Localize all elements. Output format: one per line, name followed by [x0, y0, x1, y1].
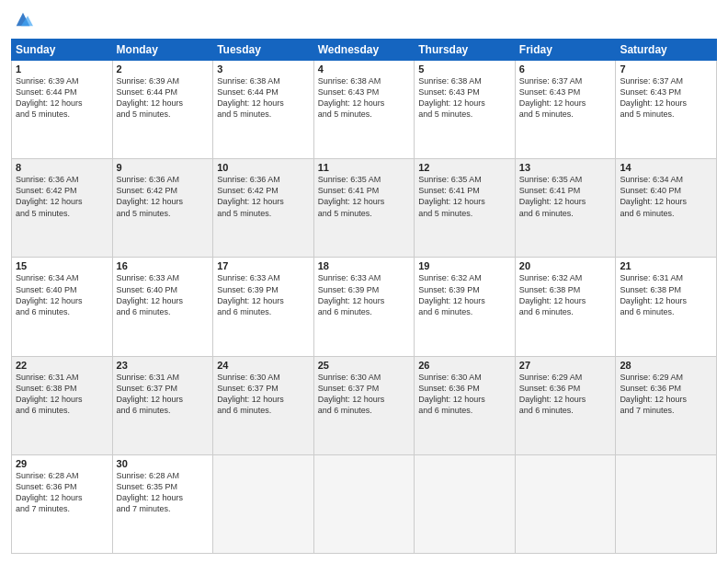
calendar-cell: 8Sunrise: 6:36 AMSunset: 6:42 PMDaylight…	[12, 159, 113, 258]
day-number: 30	[117, 458, 210, 469]
calendar-week-row: 15Sunrise: 6:34 AMSunset: 6:40 PMDayligh…	[12, 258, 717, 356]
calendar-cell: 30Sunrise: 6:28 AMSunset: 6:35 PMDayligh…	[112, 454, 213, 553]
calendar-cell: 27Sunrise: 6:29 AMSunset: 6:36 PMDayligh…	[515, 356, 616, 454]
calendar-cell: 20Sunrise: 6:32 AMSunset: 6:38 PMDayligh…	[515, 258, 616, 356]
day-number: 7	[620, 63, 712, 75]
calendar-cell: 25Sunrise: 6:30 AMSunset: 6:37 PMDayligh…	[313, 356, 415, 454]
calendar-cell: 4Sunrise: 6:38 AMSunset: 6:43 PMDaylight…	[313, 61, 415, 159]
cell-content: Sunrise: 6:32 AMSunset: 6:38 PMDaylight:…	[519, 272, 612, 317]
cell-content: Sunrise: 6:38 AMSunset: 6:43 PMDaylight:…	[418, 75, 511, 121]
calendar-table: SundayMondayTuesdayWednesdayThursdayFrid…	[11, 39, 717, 554]
calendar-cell	[313, 454, 415, 553]
day-number: 16	[117, 260, 210, 271]
day-number: 11	[318, 162, 411, 173]
day-number: 28	[620, 360, 712, 371]
cell-content: Sunrise: 6:38 AMSunset: 6:43 PMDaylight:…	[318, 75, 411, 121]
day-number: 3	[217, 63, 310, 75]
day-number: 13	[519, 162, 612, 173]
calendar-cell	[515, 454, 616, 553]
calendar-cell: 9Sunrise: 6:36 AMSunset: 6:42 PMDaylight…	[112, 159, 213, 258]
cell-content: Sunrise: 6:34 AMSunset: 6:40 PMDaylight:…	[16, 272, 108, 317]
day-number: 10	[217, 162, 310, 173]
calendar-day-header: Friday	[515, 40, 616, 61]
calendar-cell: 2Sunrise: 6:39 AMSunset: 6:44 PMDaylight…	[112, 61, 213, 159]
cell-content: Sunrise: 6:30 AMSunset: 6:36 PMDaylight:…	[418, 372, 511, 417]
calendar-cell: 6Sunrise: 6:37 AMSunset: 6:43 PMDaylight…	[515, 61, 616, 159]
calendar-cell: 24Sunrise: 6:30 AMSunset: 6:37 PMDayligh…	[213, 356, 314, 454]
calendar-day-header: Monday	[112, 40, 213, 61]
cell-content: Sunrise: 6:39 AMSunset: 6:44 PMDaylight:…	[16, 75, 108, 121]
calendar-cell	[213, 454, 314, 553]
cell-content: Sunrise: 6:31 AMSunset: 6:38 PMDaylight:…	[16, 372, 108, 417]
day-number: 24	[217, 360, 310, 371]
calendar-cell: 15Sunrise: 6:34 AMSunset: 6:40 PMDayligh…	[12, 258, 113, 356]
calendar-day-header: Sunday	[12, 40, 113, 61]
calendar-cell: 22Sunrise: 6:31 AMSunset: 6:38 PMDayligh…	[12, 356, 113, 454]
calendar-day-header: Saturday	[616, 40, 717, 61]
day-number: 5	[418, 63, 511, 75]
calendar-cell: 29Sunrise: 6:28 AMSunset: 6:36 PMDayligh…	[12, 454, 113, 553]
calendar-cell: 11Sunrise: 6:35 AMSunset: 6:41 PMDayligh…	[313, 159, 415, 258]
day-number: 27	[519, 360, 612, 371]
cell-content: Sunrise: 6:36 AMSunset: 6:42 PMDaylight:…	[16, 174, 108, 219]
calendar-cell: 23Sunrise: 6:31 AMSunset: 6:37 PMDayligh…	[112, 356, 213, 454]
cell-content: Sunrise: 6:33 AMSunset: 6:40 PMDaylight:…	[117, 272, 210, 317]
cell-content: Sunrise: 6:29 AMSunset: 6:36 PMDaylight:…	[519, 372, 612, 417]
logo	[11, 9, 33, 33]
calendar-cell: 1Sunrise: 6:39 AMSunset: 6:44 PMDaylight…	[12, 61, 113, 159]
day-number: 19	[418, 260, 511, 271]
calendar-week-row: 8Sunrise: 6:36 AMSunset: 6:42 PMDaylight…	[12, 159, 717, 258]
calendar-cell: 16Sunrise: 6:33 AMSunset: 6:40 PMDayligh…	[112, 258, 213, 356]
day-number: 4	[318, 63, 411, 75]
day-number: 17	[217, 260, 310, 271]
cell-content: Sunrise: 6:28 AMSunset: 6:36 PMDaylight:…	[16, 470, 108, 515]
cell-content: Sunrise: 6:37 AMSunset: 6:43 PMDaylight:…	[620, 75, 712, 121]
calendar-day-header: Tuesday	[213, 40, 314, 61]
cell-content: Sunrise: 6:36 AMSunset: 6:42 PMDaylight:…	[217, 174, 310, 219]
cell-content: Sunrise: 6:32 AMSunset: 6:39 PMDaylight:…	[418, 272, 511, 317]
calendar-day-header: Wednesday	[313, 40, 415, 61]
cell-content: Sunrise: 6:30 AMSunset: 6:37 PMDaylight:…	[217, 372, 310, 417]
cell-content: Sunrise: 6:39 AMSunset: 6:44 PMDaylight:…	[117, 75, 210, 121]
calendar-header-row: SundayMondayTuesdayWednesdayThursdayFrid…	[12, 40, 717, 61]
cell-content: Sunrise: 6:31 AMSunset: 6:37 PMDaylight:…	[117, 372, 210, 417]
cell-content: Sunrise: 6:33 AMSunset: 6:39 PMDaylight:…	[217, 272, 310, 317]
day-number: 9	[117, 162, 210, 173]
calendar-cell: 10Sunrise: 6:36 AMSunset: 6:42 PMDayligh…	[213, 159, 314, 258]
day-number: 6	[519, 63, 612, 75]
day-number: 2	[117, 63, 210, 75]
cell-content: Sunrise: 6:37 AMSunset: 6:43 PMDaylight:…	[519, 75, 612, 121]
cell-content: Sunrise: 6:31 AMSunset: 6:38 PMDaylight:…	[620, 272, 712, 317]
calendar-cell: 12Sunrise: 6:35 AMSunset: 6:41 PMDayligh…	[415, 159, 516, 258]
cell-content: Sunrise: 6:35 AMSunset: 6:41 PMDaylight:…	[318, 174, 411, 219]
calendar-day-header: Thursday	[415, 40, 516, 61]
calendar-cell: 5Sunrise: 6:38 AMSunset: 6:43 PMDaylight…	[415, 61, 516, 159]
day-number: 12	[418, 162, 511, 173]
calendar-cell: 13Sunrise: 6:35 AMSunset: 6:41 PMDayligh…	[515, 159, 616, 258]
cell-content: Sunrise: 6:30 AMSunset: 6:37 PMDaylight:…	[318, 372, 411, 417]
day-number: 22	[16, 360, 108, 371]
calendar-cell	[415, 454, 516, 553]
calendar-cell: 19Sunrise: 6:32 AMSunset: 6:39 PMDayligh…	[415, 258, 516, 356]
calendar-cell: 28Sunrise: 6:29 AMSunset: 6:36 PMDayligh…	[616, 356, 717, 454]
day-number: 26	[418, 360, 511, 371]
day-number: 20	[519, 260, 612, 271]
cell-content: Sunrise: 6:33 AMSunset: 6:39 PMDaylight:…	[318, 272, 411, 317]
calendar-week-row: 29Sunrise: 6:28 AMSunset: 6:36 PMDayligh…	[12, 454, 717, 553]
page: SundayMondayTuesdayWednesdayThursdayFrid…	[0, 0, 728, 563]
cell-content: Sunrise: 6:28 AMSunset: 6:35 PMDaylight:…	[117, 470, 210, 515]
cell-content: Sunrise: 6:38 AMSunset: 6:44 PMDaylight:…	[217, 75, 310, 121]
day-number: 1	[16, 63, 108, 75]
cell-content: Sunrise: 6:34 AMSunset: 6:40 PMDaylight:…	[620, 174, 712, 219]
logo-icon	[13, 9, 33, 29]
calendar-cell	[616, 454, 717, 553]
header	[11, 9, 717, 33]
cell-content: Sunrise: 6:35 AMSunset: 6:41 PMDaylight:…	[519, 174, 612, 219]
day-number: 8	[16, 162, 108, 173]
day-number: 14	[620, 162, 712, 173]
cell-content: Sunrise: 6:35 AMSunset: 6:41 PMDaylight:…	[418, 174, 511, 219]
cell-content: Sunrise: 6:29 AMSunset: 6:36 PMDaylight:…	[620, 372, 712, 417]
day-number: 15	[16, 260, 108, 271]
calendar-cell: 26Sunrise: 6:30 AMSunset: 6:36 PMDayligh…	[415, 356, 516, 454]
day-number: 29	[16, 458, 108, 469]
